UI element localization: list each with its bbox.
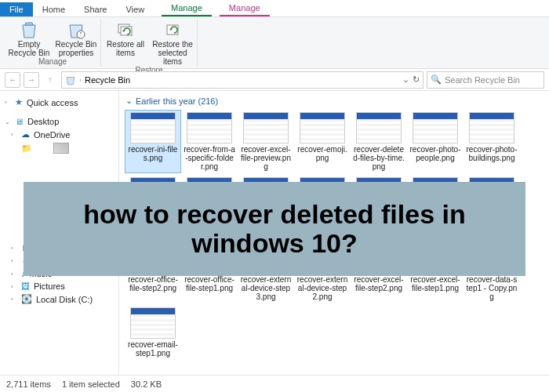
overlay-banner: how to recover deleted files in windows …	[24, 182, 525, 276]
sidebar-item-local-disk[interactable]: › 💽 Local Disk (C:)	[3, 292, 115, 306]
file-name: recover-photo-buildings.png	[466, 145, 518, 162]
file-name: recover-office-file-step2.png	[127, 275, 179, 292]
file-name: recover-external-device-step2.png	[296, 275, 348, 301]
sidebar-item-label: Local Disk (C:)	[36, 295, 93, 304]
status-total-items: 2,711 items	[6, 379, 51, 389]
file-name: recover-excel-file-step1.png	[409, 275, 461, 292]
sidebar-item-label: Desktop	[27, 117, 59, 126]
file-name: recover-deleted-files-by-time.png	[353, 145, 405, 171]
file-name: recover-data-step1 - Copy.png	[466, 275, 518, 301]
nav-up-button[interactable]: ↑	[42, 72, 58, 88]
file-thumbnail[interactable]: recover-excel-file-preview.png	[238, 111, 293, 172]
thumbnail-image	[130, 307, 176, 339]
address-bar-row: ← → ↑ › Recycle Bin ⌄ ↻ 🔍 Search Recycle…	[0, 69, 549, 91]
restore-all-icon	[115, 20, 136, 39]
file-name: recover-office-file-step1.png	[184, 275, 235, 292]
chevron-right-icon: ›	[11, 257, 17, 264]
chevron-right-icon: ›	[11, 270, 17, 278]
tab-view[interactable]: View	[116, 2, 154, 16]
user-thumb	[53, 143, 69, 154]
file-name: recover-external-device-step3.png	[240, 275, 292, 301]
star-icon: ★	[15, 97, 23, 107]
file-thumbnail[interactable]: recover-from-a-specific-folder.png	[182, 111, 237, 172]
breadcrumb-sep-icon: ›	[79, 76, 82, 84]
recycle-bin-icon	[65, 74, 76, 85]
chevron-right-icon: ›	[11, 245, 17, 252]
tab-manage-picture[interactable]: Manage	[220, 1, 270, 16]
sidebar-item-label: Pictures	[34, 281, 65, 291]
file-name: recover-from-a-specific-folder.png	[184, 145, 235, 171]
sidebar-item-user[interactable]: 📁	[3, 141, 115, 155]
nav-back-button[interactable]: ←	[5, 72, 20, 88]
sidebar-item-pictures[interactable]: › 🖼 Pictures	[3, 280, 115, 292]
status-bar: 2,711 items 1 item selected 30.2 KB	[0, 375, 549, 392]
sidebar-item-onedrive[interactable]: › ☁ OneDrive	[3, 128, 115, 141]
svg-point-0	[77, 31, 85, 38]
group-header[interactable]: ⌄ Earlier this year (216)	[125, 96, 543, 106]
chevron-right-icon: ›	[11, 283, 17, 290]
status-size: 30.2 KB	[131, 379, 162, 389]
tab-share[interactable]: Share	[75, 2, 116, 16]
file-name: recover-excel-file-step2.png	[353, 275, 405, 292]
file-thumbnail[interactable]: recover-photo-people.png	[408, 111, 463, 172]
recycle-bin-properties-button[interactable]: Recycle Bin properties	[55, 19, 97, 57]
group-manage-caption: Manage	[38, 57, 67, 66]
cloud-icon: ☁	[21, 129, 30, 140]
tab-file[interactable]: File	[0, 2, 33, 16]
disk-icon: 💽	[21, 294, 32, 304]
address-bar[interactable]: › Recycle Bin ⌄ ↻	[61, 71, 424, 89]
status-selected: 1 item selected	[62, 379, 120, 389]
breadcrumb-location[interactable]: Recycle Bin	[85, 75, 130, 85]
restore-all-button[interactable]: Restore all items	[104, 19, 147, 66]
chevron-right-icon: ›	[11, 131, 17, 138]
file-thumbnail[interactable]: recover-ini-files.png	[125, 111, 180, 172]
desktop-icon: 🖥	[15, 117, 24, 126]
chevron-right-icon: ›	[11, 296, 17, 303]
ribbon-actions: Empty Recycle Bin Recycle Bin properties…	[0, 17, 549, 69]
thumbnail-image	[243, 112, 289, 143]
refresh-icon[interactable]: ↻	[413, 74, 420, 85]
sidebar-item-label: Quick access	[27, 98, 78, 107]
file-thumbnail[interactable]: recover-email-step1.png	[125, 306, 180, 359]
restore-all-label: Restore all items	[104, 40, 147, 57]
chevron-right-icon: ›	[5, 99, 11, 106]
restore-selected-button[interactable]: Restore the selected items	[151, 19, 194, 66]
empty-recycle-bin-button[interactable]: Empty Recycle Bin	[8, 19, 50, 57]
thumbnail-image	[413, 112, 458, 143]
thumbnail-image	[356, 112, 402, 143]
restore-selected-label: Restore the selected items	[151, 40, 194, 66]
thumbnail-image	[300, 112, 345, 143]
search-input[interactable]: 🔍 Search Recycle Bin	[427, 71, 544, 89]
folder-icon: 📁	[21, 143, 32, 154]
file-name: recover-excel-file-preview.png	[240, 145, 292, 171]
recycle-bin-empty-icon	[18, 20, 40, 39]
sidebar-item-label: OneDrive	[34, 130, 70, 140]
thumbnail-image	[130, 112, 176, 143]
search-placeholder: Search Recycle Bin	[445, 75, 520, 85]
group-manage: Empty Recycle Bin Recycle Bin properties…	[5, 19, 101, 67]
file-name: recover-photo-people.png	[409, 145, 461, 162]
file-thumbnail[interactable]: recover-photo-buildings.png	[464, 111, 519, 172]
recycle-bin-properties-icon	[65, 20, 87, 39]
chevron-down-icon: ⌄	[5, 118, 11, 125]
search-icon: 🔍	[431, 74, 442, 85]
tab-manage-tools[interactable]: Manage	[162, 1, 212, 16]
thumbnail-image	[469, 112, 514, 143]
ribbon-tabs: File Home Share View Manage Manage	[0, 0, 549, 17]
chevron-down-icon[interactable]: ⌄	[402, 74, 409, 85]
tab-home[interactable]: Home	[33, 2, 75, 16]
pictures-icon: 🖼	[21, 281, 30, 291]
chevron-down-icon: ⌄	[125, 96, 133, 106]
file-thumbnail[interactable]: recover-emoji.png	[295, 111, 350, 172]
nav-forward-button[interactable]: →	[24, 72, 39, 88]
file-name: recover-ini-files.png	[127, 145, 179, 162]
file-name: recover-emoji.png	[296, 145, 348, 162]
file-thumbnail[interactable]: recover-deleted-files-by-time.png	[351, 111, 406, 172]
sidebar-item-quick-access[interactable]: › ★ Quick access	[3, 96, 115, 109]
group-label: Earlier this year (216)	[136, 96, 218, 106]
file-name: recover-email-step1.png	[127, 340, 179, 358]
empty-label: Empty Recycle Bin	[8, 40, 50, 57]
sidebar-item-desktop[interactable]: ⌄ 🖥 Desktop	[3, 115, 115, 128]
overlay-text: how to recover deleted files in windows …	[33, 200, 516, 259]
properties-label: Recycle Bin properties	[55, 40, 97, 57]
